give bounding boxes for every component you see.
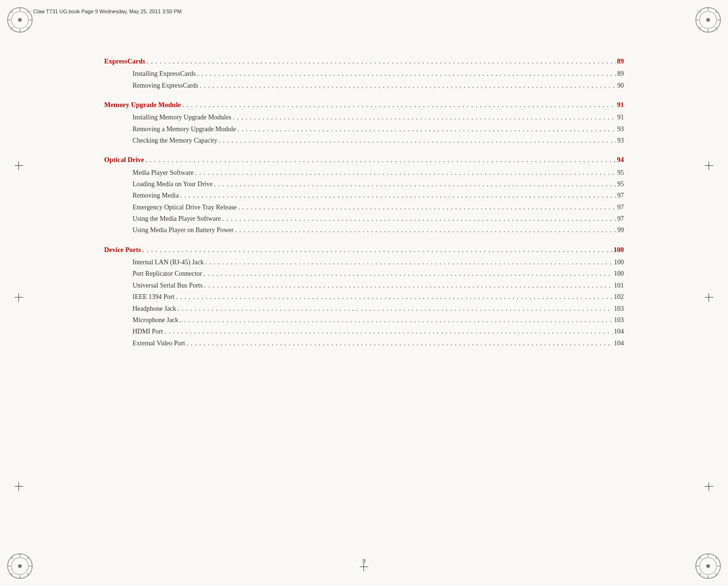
toc-section-dots (145, 154, 615, 165)
toc-sub-entry: External Video Port104 (104, 338, 624, 349)
toc-sub-entry: IEEE 1394 Port102 (104, 292, 624, 302)
toc-section-dots (147, 56, 616, 67)
toc-section-label: Optical Drive (104, 154, 144, 165)
toc-sub-page: 104 (614, 338, 624, 349)
toc-sub-label: Installing ExpressCards (133, 69, 195, 79)
svg-line-22 (715, 11, 717, 13)
toc-sub-dots (238, 202, 616, 213)
toc-section-dots (142, 244, 613, 255)
file-info: Claw T731 UG.book Page 9 Wednesday, May … (33, 9, 182, 14)
svg-line-23 (699, 27, 701, 29)
toc-sub-label: Checking the Memory Capacity (133, 135, 217, 146)
toc-sub-page: 93 (617, 135, 624, 146)
toc-sub-dots (205, 257, 613, 268)
toc-sub-entry: Microphone Jack103 (104, 315, 624, 325)
svg-line-48 (715, 557, 717, 559)
toc-section-page: 91 (617, 99, 624, 110)
toc-sub-label: Removing ExpressCards (133, 81, 198, 91)
toc-sub-page: 97 (617, 190, 624, 201)
toc-sub-page: 99 (617, 225, 624, 235)
edge-mark-right-mid (704, 293, 714, 302)
edge-mark-left-bot (14, 482, 24, 491)
svg-line-47 (715, 573, 717, 575)
toc-sub-page: 95 (617, 179, 624, 189)
svg-line-21 (715, 27, 717, 29)
toc-sub-label: Removing a Memory Upgrade Module (133, 124, 236, 135)
toc-sub-page: 103 (614, 304, 624, 314)
toc-sub-entry: Using Media Player on Battery Power99 (104, 225, 624, 235)
toc-sub-entry: Loading Media on Your Drive95 (104, 179, 624, 189)
toc-sub-dots (238, 124, 616, 135)
toc-sub-dots (186, 338, 613, 349)
toc-sub-label: Media Player Software (133, 168, 194, 178)
toc-sub-entry: Using the Media Player Software97 (104, 214, 624, 224)
svg-line-46 (699, 557, 701, 559)
svg-line-35 (27, 557, 29, 559)
toc-sub-page: 101 (614, 280, 624, 291)
toc-sub-label: Using Media Player on Battery Power (133, 225, 233, 235)
toc-sub-label: External Video Port (133, 338, 185, 349)
toc-sub-page: 97 (617, 202, 624, 213)
page: Claw T731 UG.book Page 9 Wednesday, May … (0, 0, 728, 586)
toc-sub-dots (204, 269, 613, 279)
toc-sub-page: 100 (614, 269, 624, 279)
toc-sub-label: Headphone Jack (133, 304, 176, 314)
toc-sub-dots (200, 81, 616, 91)
toc-section-page: 100 (613, 244, 624, 255)
svg-line-49 (699, 573, 701, 575)
toc-sub-label: Port Replicator Connector (133, 269, 202, 279)
toc-sub-page: 104 (614, 326, 624, 337)
toc-section-expresscards: ExpressCards89 (104, 56, 624, 67)
svg-line-34 (27, 573, 29, 575)
toc-sub-entry: Universal Serial Bus Ports101 (104, 280, 624, 291)
toc-sub-dots (164, 326, 613, 337)
edge-mark-right-top (704, 161, 714, 171)
toc-sub-label: Microphone Jack (133, 315, 178, 325)
page-number: 9 (363, 557, 366, 565)
corner-decoration-tr (694, 6, 722, 34)
toc-sub-page: 90 (617, 81, 624, 91)
toc-sub-label: Using the Media Player Software (133, 214, 221, 224)
toc-sub-label: Installing Memory Upgrade Modules (133, 112, 231, 123)
toc-sub-dots (176, 292, 613, 302)
toc-sub-entry: Installing Memory Upgrade Modules91 (104, 112, 624, 123)
toc-sub-entry: Removing Media97 (104, 190, 624, 201)
toc-sub-label: Removing Media (133, 190, 179, 201)
edge-mark-right-bot (704, 482, 714, 491)
toc-section-optical-drive: Optical Drive94 (104, 154, 624, 165)
toc-sub-dots (219, 135, 616, 146)
toc-sub-dots (197, 69, 616, 79)
svg-line-36 (11, 573, 13, 575)
corner-decoration-tl (6, 6, 34, 34)
toc-sub-entry: Headphone Jack103 (104, 304, 624, 314)
svg-line-7 (11, 11, 13, 13)
toc-sub-label: Internal LAN (RJ-45) Jack (133, 257, 204, 268)
toc-section-page: 94 (617, 154, 624, 165)
toc-section-label: ExpressCards (104, 56, 145, 67)
toc-sub-entry: Checking the Memory Capacity93 (104, 135, 624, 146)
toc-section-label: Device Ports (104, 244, 141, 255)
svg-line-33 (11, 557, 13, 559)
toc-sub-dots (180, 190, 616, 201)
svg-line-9 (27, 11, 29, 13)
toc-section-device-ports: Device Ports100 (104, 244, 624, 255)
toc-sub-label: Universal Serial Bus Ports (133, 280, 203, 291)
toc-section-memory-upgrade-module: Memory Upgrade Module91 (104, 99, 624, 110)
svg-line-8 (27, 27, 29, 29)
toc-sub-label: HDMI Port (133, 326, 163, 337)
toc-sub-page: 97 (617, 214, 624, 224)
toc-sub-entry: HDMI Port104 (104, 326, 624, 337)
toc-section-page: 89 (617, 56, 624, 67)
toc-sub-page: 93 (617, 124, 624, 135)
toc-sub-page: 89 (617, 69, 624, 79)
edge-mark-left-mid (14, 293, 24, 302)
toc-sub-entry: Removing ExpressCards90 (104, 81, 624, 91)
toc-sub-page: 95 (617, 168, 624, 178)
toc-sub-entry: Media Player Software95 (104, 168, 624, 178)
toc-sub-dots (214, 179, 616, 189)
toc-sub-dots (235, 225, 616, 235)
toc-sub-page: 103 (614, 315, 624, 325)
toc-sub-label: Loading Media on Your Drive (133, 179, 213, 189)
corner-decoration-bl (6, 552, 34, 580)
toc-sub-dots (204, 280, 613, 291)
